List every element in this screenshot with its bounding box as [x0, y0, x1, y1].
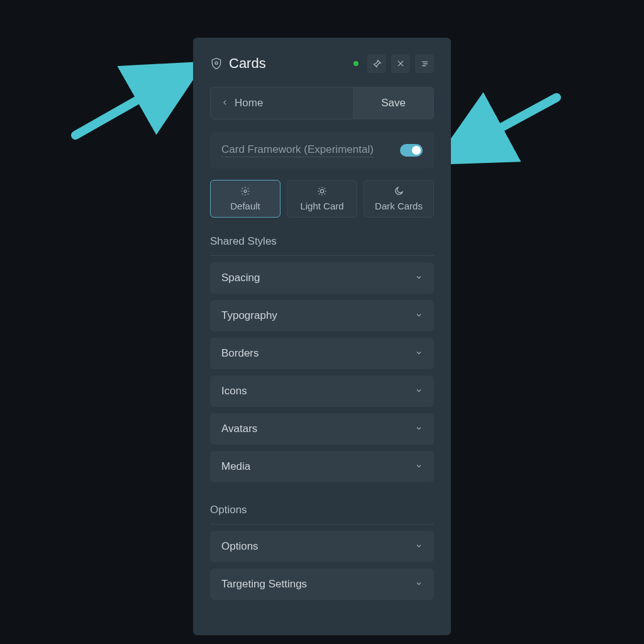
- accordion-label: Media: [221, 460, 250, 473]
- svg-line-16: [319, 194, 319, 194]
- header-left: Cards: [210, 55, 266, 72]
- tab-light-card[interactable]: Light Card: [287, 180, 357, 218]
- svg-point-2: [215, 62, 218, 64]
- tab-row: Default Light Card Dark Cards: [210, 180, 434, 218]
- shield-icon: [210, 57, 223, 70]
- chevron-down-icon: [415, 385, 423, 397]
- back-home-button[interactable]: Home: [210, 87, 353, 119]
- framework-label: Card Framework (Experimental): [221, 143, 374, 157]
- accordion-media[interactable]: Media: [210, 451, 434, 482]
- close-button[interactable]: [391, 54, 410, 73]
- accordion-options[interactable]: Options: [210, 531, 434, 562]
- accordion-avatars[interactable]: Avatars: [210, 413, 434, 445]
- panel-title: Cards: [229, 55, 266, 72]
- accordion-label: Typography: [221, 309, 277, 322]
- svg-line-0: [75, 69, 192, 135]
- accordion-label: Options: [221, 540, 258, 553]
- svg-line-14: [319, 188, 319, 189]
- nav-row: Home Save: [210, 87, 434, 119]
- chevron-down-icon: [415, 309, 423, 322]
- accordion-label: Spacing: [221, 272, 260, 284]
- pin-button[interactable]: [367, 54, 386, 73]
- chevron-down-icon: [415, 540, 423, 553]
- svg-line-15: [325, 194, 325, 194]
- section-title-shared-styles: Shared Styles: [210, 235, 434, 256]
- moon-icon: [394, 186, 404, 198]
- accordion-icons[interactable]: Icons: [210, 375, 434, 407]
- accordion-label: Borders: [221, 347, 259, 360]
- accordion-typography[interactable]: Typography: [210, 300, 434, 331]
- annotation-arrow-right: [437, 91, 563, 167]
- tab-label: Default: [230, 201, 260, 211]
- save-label: Save: [381, 97, 406, 109]
- svg-line-17: [325, 188, 325, 189]
- save-button[interactable]: Save: [353, 87, 434, 119]
- svg-point-9: [320, 189, 323, 192]
- chevron-down-icon: [415, 423, 423, 435]
- chevron-down-icon: [415, 578, 423, 591]
- accordion-label: Avatars: [221, 423, 257, 435]
- accordion-borders[interactable]: Borders: [210, 338, 434, 369]
- back-home-label: Home: [235, 97, 263, 109]
- framework-toggle[interactable]: [400, 144, 423, 157]
- accordion-label: Targeting Settings: [221, 578, 307, 591]
- settings-panel: Cards: [193, 38, 451, 635]
- status-dot: [353, 61, 358, 66]
- panel-header: Cards: [210, 54, 434, 73]
- tab-label: Light Card: [300, 201, 343, 211]
- tab-dark-cards[interactable]: Dark Cards: [364, 180, 434, 218]
- accordion-targeting-settings[interactable]: Targeting Settings: [210, 569, 434, 600]
- header-right: [353, 54, 434, 73]
- chevron-left-icon: [222, 97, 228, 109]
- chevron-down-icon: [415, 347, 423, 360]
- annotation-arrow-left: [69, 60, 201, 142]
- framework-toggle-row: Card Framework (Experimental): [210, 132, 434, 169]
- svg-point-8: [244, 190, 247, 192]
- section-title-options: Options: [210, 504, 434, 525]
- chevron-down-icon: [415, 460, 423, 473]
- sun-icon: [317, 186, 327, 198]
- chevron-down-icon: [415, 272, 423, 284]
- svg-line-1: [447, 97, 557, 157]
- accordion-spacing[interactable]: Spacing: [210, 262, 434, 294]
- tab-label: Dark Cards: [375, 201, 423, 211]
- tab-default[interactable]: Default: [210, 180, 280, 218]
- gear-icon: [240, 186, 250, 198]
- menu-button[interactable]: [415, 54, 434, 73]
- accordion-label: Icons: [221, 385, 247, 397]
